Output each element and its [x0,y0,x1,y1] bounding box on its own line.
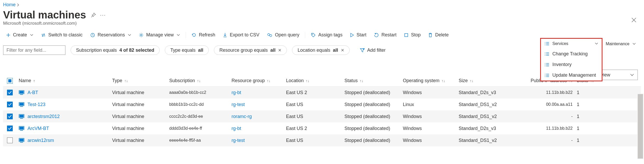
breadcrumb: Home [3,2,641,8]
cell-ip: - [519,138,575,143]
cell-subscription: bbbb1b1b-cc2c-dd [167,102,229,107]
col-header-resource-group[interactable]: Resource group↑↓ [229,78,284,83]
delete-button[interactable]: Delete [425,31,452,39]
col-header-name[interactable]: Name↑ [17,78,110,83]
col-header-location[interactable]: Location↑↓ [284,78,342,83]
filter-icon [360,48,365,52]
col-header-status[interactable]: Status↑↓ [342,78,401,83]
filter-pill-subscription[interactable]: Subscription equals 4 of 82 selected [71,45,160,55]
chevron-down-icon [633,43,636,45]
filter-pill-resource-group[interactable]: Resource group equals all ✕ [214,45,287,55]
filter-pill-location[interactable]: Location equals all ✕ [292,45,349,55]
rg-link[interactable]: roramc-rg [232,114,252,119]
scrollbar-thumb[interactable] [638,94,643,159]
sort-icon: ↑↓ [267,79,270,83]
col-header-type[interactable]: Type↑↓ [110,78,167,83]
vm-table: Name↑ Type↑↓ Subscription↑↓ Resource gro… [3,75,641,146]
close-icon[interactable] [631,17,637,23]
cell-disks: 1 [575,114,603,119]
filter-pill-type[interactable]: Type equals all [165,45,209,55]
export-csv-button[interactable]: Export to CSV [220,31,262,39]
vm-name-link[interactable]: Test-123 [28,102,45,107]
manage-view-button[interactable]: Manage view [136,31,183,39]
cell-location: East US 2 [284,90,342,95]
col-header-size[interactable]: Size↑↓ [457,78,519,83]
select-all-header[interactable] [3,78,17,84]
add-filter-button[interactable]: Add filter [355,45,391,55]
assign-tags-button[interactable]: Assign tags [308,31,345,39]
vm-name-link[interactable]: arcwin12rsm [28,138,54,143]
open-query-label: Open query [275,32,299,38]
row-checkbox[interactable] [7,126,13,131]
col-header-os[interactable]: Operating system↑↓ [401,78,457,83]
stop-button[interactable]: Stop [401,31,424,39]
add-filter-label: Add filter [367,48,386,53]
cell-ip: 11.11b.bb.b22 [519,126,575,131]
cell-size: Standard_DS1_v2 [457,102,519,107]
vm-icon [19,114,24,119]
restart-label: Restart [381,32,396,38]
rg-link[interactable]: rg-bt [232,126,241,131]
table-row[interactable]: arctestrsm2012Virtual machinecccc2c2c-dd… [3,110,641,122]
refresh-label: Refresh [199,32,215,38]
vm-name-link[interactable]: arctestrsm2012 [28,114,60,119]
breadcrumb-home[interactable]: Home [3,2,16,8]
remove-filter-icon[interactable]: ✕ [341,48,344,53]
sort-icon: ↑↓ [442,79,445,83]
cell-status: Stopped (deallocated) [342,126,401,131]
table-row[interactable]: arcwin12rsmVirtual machineeeee4e4e-ff5f-… [3,134,641,146]
refresh-button[interactable]: Refresh [188,31,218,39]
row-checkbox[interactable] [7,102,13,107]
delete-label: Delete [435,32,449,38]
restart-button[interactable]: Restart [371,31,399,39]
start-button[interactable]: Start [347,31,369,39]
pin-icon[interactable] [91,12,96,18]
col-label: Operating system [403,78,439,83]
rg-link[interactable]: rg-test [232,102,245,107]
col-label: Location [286,78,304,83]
vm-name-link[interactable]: ArcVM-BT [28,126,49,131]
cell-status: Stopped (deallocated) [342,114,401,119]
menu-update-management[interactable]: Update Management [541,70,602,81]
vm-icon [19,90,24,95]
table-row[interactable]: ArcVM-BTVirtual machinedddd3d3d-ee4e-ffr… [3,122,641,134]
col-label: Type [112,78,122,83]
rg-link[interactable]: rg-bt [232,90,241,95]
reservations-button[interactable]: Reservations [87,31,134,39]
export-label: Export to CSV [230,32,259,38]
refresh-icon [192,33,196,37]
stop-icon [404,33,408,37]
row-checkbox[interactable] [7,137,13,143]
services-button[interactable]: Services [541,39,602,49]
cell-status: Stopped (deallocated) [342,90,401,95]
checkbox-indeterminate[interactable] [7,78,13,84]
sort-icon: ↑↓ [197,79,201,83]
table-row[interactable]: A-BTVirtual machineaaaa0a0a-bb1b-cc2rg-b… [3,87,641,99]
list-icon [545,63,549,67]
pill-value: all [270,48,275,53]
svg-point-3 [270,35,272,37]
remove-filter-icon[interactable]: ✕ [278,48,281,53]
create-button[interactable]: Create [3,31,36,39]
switch-classic-button[interactable]: Switch to classic [38,31,86,39]
rg-link[interactable]: rg-test [232,138,245,143]
open-query-button[interactable]: Open query [264,31,302,39]
pill-prefix: Location equals [297,48,330,53]
menu-change-tracking[interactable]: Change Tracking [541,49,602,59]
pill-prefix: Resource group equals [219,48,268,53]
separator [305,32,305,38]
row-checkbox[interactable] [7,90,13,95]
col-label: Name [19,78,31,83]
menu-inventory[interactable]: Inventory [541,59,602,70]
row-checkbox[interactable] [7,114,13,119]
filter-input[interactable] [3,45,65,55]
vm-name-link[interactable]: A-BT [28,90,38,95]
scrollbar[interactable] [637,94,643,159]
col-header-subscription[interactable]: Subscription↑↓ [167,78,229,83]
cell-size: Standard_D2s_v3 [457,126,519,131]
more-icon[interactable]: ··· [100,12,106,18]
sort-icon: ↑↓ [306,79,309,83]
start-label: Start [356,32,366,38]
table-row[interactable]: Test-123Virtual machinebbbb1b1b-cc2c-ddr… [3,99,641,110]
svg-rect-11 [19,115,24,117]
